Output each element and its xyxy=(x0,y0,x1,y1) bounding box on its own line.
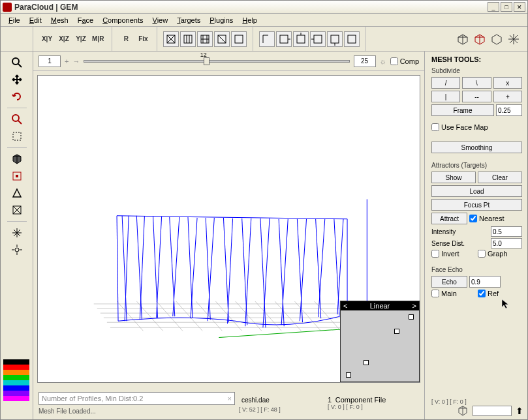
linear-panel[interactable]: < Linear > xyxy=(340,301,420,382)
menu-plugins[interactable]: Plugins xyxy=(206,15,237,25)
menu-edit[interactable]: Edit xyxy=(25,15,46,25)
curve-point-4[interactable] xyxy=(346,372,351,378)
axis-xy-button[interactable]: X|Y xyxy=(39,31,55,47)
slider-handle[interactable] xyxy=(204,57,210,65)
sense-dist-input[interactable] xyxy=(491,238,522,248)
clear-button[interactable]: Clear xyxy=(478,172,522,183)
panel-next-icon[interactable]: > xyxy=(412,302,416,310)
render-mode-1[interactable] xyxy=(163,31,179,47)
nav-btn-5[interactable] xyxy=(327,31,343,47)
triangle-tool[interactable] xyxy=(10,186,24,200)
ref-checkbox[interactable]: Ref xyxy=(478,290,522,297)
maximize-button[interactable]: □ xyxy=(501,2,512,12)
cube-tool[interactable] xyxy=(10,152,24,166)
r-button[interactable]: R xyxy=(118,31,134,47)
menu-components[interactable]: Components xyxy=(99,15,147,25)
menu-mesh[interactable]: Mesh xyxy=(47,15,72,25)
pan-tool[interactable] xyxy=(10,72,24,87)
subdiv-bslash-button[interactable]: \ xyxy=(462,77,491,89)
echo-input[interactable] xyxy=(469,276,501,288)
close-button[interactable]: ✕ xyxy=(514,2,525,12)
svg-line-56 xyxy=(208,218,214,321)
rotate-tool[interactable] xyxy=(10,89,24,104)
axis-mr-button[interactable]: M|R xyxy=(90,31,106,47)
color-palette[interactable] xyxy=(3,359,29,401)
svg-rect-28 xyxy=(13,132,21,140)
point-tool[interactable] xyxy=(10,169,24,183)
bottom-input[interactable] xyxy=(473,406,512,416)
viewport[interactable]: < Linear > xyxy=(37,75,420,383)
intensity-input[interactable] xyxy=(491,226,522,237)
zoom-extents-tool[interactable] xyxy=(10,112,24,127)
frame-input[interactable] xyxy=(496,104,522,116)
menu-view[interactable]: View xyxy=(149,15,172,25)
graph-checkbox[interactable]: Graph xyxy=(478,250,522,258)
subdiv-slash-button[interactable]: / xyxy=(431,77,460,89)
cube-icon-3[interactable] xyxy=(489,31,505,47)
attract-button[interactable]: Attract xyxy=(431,213,467,224)
nav-btn-2[interactable] xyxy=(276,31,292,47)
menu-targets[interactable]: Targets xyxy=(173,15,204,25)
minus-icon[interactable]: → xyxy=(72,57,80,65)
slider-right-value[interactable] xyxy=(354,55,376,67)
use-face-map-checkbox[interactable]: Use Face Map xyxy=(431,123,522,131)
vf-count-2: [ V: 0 ] [ F: 0 ] xyxy=(328,404,419,410)
main-checkbox[interactable]: Main xyxy=(431,290,476,297)
comp-checkbox[interactable]: Comp xyxy=(390,57,419,65)
sun-icon[interactable]: ☼ xyxy=(380,57,386,65)
face-echo-label: Face Echo xyxy=(431,266,522,273)
slider-left-value[interactable] xyxy=(39,55,61,67)
menu-face[interactable]: Face xyxy=(74,15,97,25)
vf-right: [ V: 0 ] [ F: 0 ] xyxy=(431,398,467,405)
subdiv-plus-button[interactable]: + xyxy=(493,91,522,102)
subdiv-x-button[interactable]: x xyxy=(493,77,522,89)
nav-btn-6[interactable] xyxy=(344,31,360,47)
sense-dist-label: Sense Dist. xyxy=(431,240,488,247)
subdiv-hbar-button[interactable]: -- xyxy=(462,91,491,102)
nav-btn-3[interactable] xyxy=(293,31,309,47)
fix-button[interactable]: Fix xyxy=(135,31,151,47)
render-mode-4[interactable] xyxy=(214,31,230,47)
svg-line-64 xyxy=(281,219,288,325)
svg-point-38 xyxy=(15,248,19,252)
svg-line-55 xyxy=(206,218,210,320)
menu-help[interactable]: Help xyxy=(238,15,261,25)
axis-yz-button[interactable]: Y|Z xyxy=(73,31,89,47)
invert-checkbox[interactable]: Invert xyxy=(431,250,476,258)
select-window-tool[interactable] xyxy=(10,129,24,143)
render-mode-3[interactable] xyxy=(197,31,213,47)
focus-pt-button[interactable]: Focus Pt xyxy=(431,199,522,211)
snowflake-icon[interactable] xyxy=(506,31,521,47)
curve-point-3[interactable] xyxy=(364,360,369,365)
load-button[interactable]: Load xyxy=(431,185,522,197)
menu-file[interactable]: File xyxy=(5,15,24,25)
curve-point-1[interactable] xyxy=(409,314,414,320)
upload-icon[interactable]: ⬆ xyxy=(516,406,523,416)
slider-track[interactable]: 12 xyxy=(84,60,349,63)
curve-point-2[interactable] xyxy=(394,329,399,334)
cube-icon-2[interactable] xyxy=(472,31,488,47)
subdiv-vbar-button[interactable]: | xyxy=(431,91,460,102)
render-mode-2[interactable] xyxy=(180,31,196,47)
show-button[interactable]: Show xyxy=(431,172,476,183)
star-tool[interactable] xyxy=(10,226,24,240)
svg-line-46 xyxy=(125,216,129,321)
nav-btn-4[interactable] xyxy=(310,31,326,47)
quad-tool[interactable] xyxy=(10,203,24,217)
frame-button[interactable]: Frame xyxy=(431,104,494,116)
minimize-button[interactable]: _ xyxy=(488,2,499,12)
cube-icon-small[interactable] xyxy=(457,405,469,417)
svg-line-48 xyxy=(140,217,144,320)
target-tool[interactable] xyxy=(10,243,24,257)
nav-btn-1[interactable] xyxy=(259,31,275,47)
svg-line-68 xyxy=(318,219,325,317)
render-mode-5[interactable] xyxy=(231,31,247,47)
nearest-checkbox[interactable]: Nearest xyxy=(469,213,522,224)
cube-icon-1[interactable] xyxy=(455,31,471,47)
svg-rect-15 xyxy=(314,35,322,43)
echo-button[interactable]: Echo xyxy=(431,276,467,288)
zoom-tool[interactable] xyxy=(10,55,24,70)
plus-icon[interactable]: + xyxy=(65,57,69,65)
axis-xz-button[interactable]: X|Z xyxy=(56,31,72,47)
smoothing-button[interactable]: Smoothing xyxy=(431,142,522,153)
